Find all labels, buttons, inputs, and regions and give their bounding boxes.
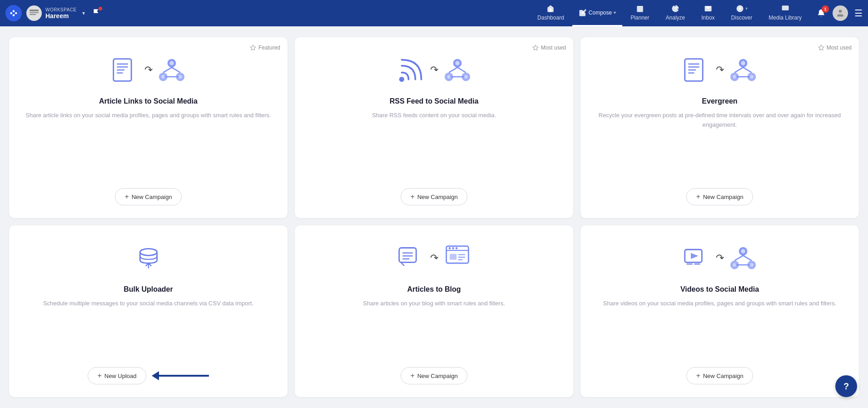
svg-point-58: [140, 249, 157, 256]
star-icon: [818, 45, 824, 51]
svg-rect-13: [782, 5, 789, 10]
svg-point-41: [447, 75, 451, 79]
flag-button[interactable]: [92, 8, 101, 19]
card-most-used-badge-2[interactable]: Most used: [818, 45, 852, 51]
svg-point-40: [455, 61, 459, 65]
nav-item-dashboard[interactable]: Dashboard: [529, 0, 572, 26]
nav-item-planner[interactable]: Planner: [622, 0, 657, 26]
nav-item-discover[interactable]: ▾ Discover: [723, 0, 761, 26]
svg-rect-4: [30, 10, 39, 11]
app-logo[interactable]: [5, 5, 22, 21]
svg-point-84: [750, 264, 754, 267]
notification-badge: 1: [822, 5, 829, 13]
article-icon: [111, 55, 140, 85]
social-network-icon-3: [729, 55, 758, 85]
notifications-button[interactable]: 1: [813, 5, 829, 21]
card-title: RSS Feed to Social Media: [390, 97, 479, 105]
card-title: Articles to Blog: [407, 285, 461, 294]
svg-point-0: [10, 12, 13, 15]
star-icon: [250, 45, 256, 51]
card-icon-area: [134, 240, 163, 276]
nav-planner-label: Planner: [630, 15, 649, 21]
nav-analyze-label: Analyze: [666, 15, 685, 21]
nav-item-inbox[interactable]: Inbox: [693, 0, 723, 26]
help-button[interactable]: ?: [835, 375, 857, 397]
workspace-selector[interactable]: WORKSPACE Hareem ▾: [26, 5, 85, 21]
card-icon-area: ↷: [397, 52, 472, 88]
svg-rect-5: [30, 12, 39, 13]
workspace-chevron[interactable]: ▾: [82, 10, 85, 16]
svg-point-82: [741, 249, 745, 254]
svg-line-38: [457, 67, 466, 72]
card-title: Evergreen: [702, 97, 737, 105]
nav-item-compose[interactable]: Compose ▾: [572, 0, 622, 26]
card-featured-badge[interactable]: Featured: [250, 45, 280, 51]
svg-rect-6: [30, 14, 36, 15]
arrow-line: [159, 375, 209, 377]
card-title: Videos to Social Media: [680, 285, 759, 294]
card-title: Bulk Uploader: [124, 285, 173, 294]
svg-point-16: [839, 10, 842, 13]
card-title: Article Links to Social Media: [99, 97, 198, 105]
social-network-icon-2: [443, 55, 472, 85]
arrow-icon: ↷: [716, 64, 724, 76]
plus-icon: +: [696, 372, 700, 380]
menu-icon[interactable]: ☰: [854, 8, 863, 19]
card-article-links: Featured ↷: [9, 37, 288, 218]
card-icon-area: ↷: [111, 52, 186, 88]
new-upload-button[interactable]: + New Upload: [88, 367, 146, 384]
card-icon-area: ↷: [682, 52, 758, 88]
star-icon: [532, 45, 539, 51]
video-icon: [682, 244, 711, 273]
card-videos-social: ↷ Videos to Social Media Share videos on…: [580, 225, 859, 397]
nav-item-analyze[interactable]: Analyze: [658, 0, 694, 26]
social-network-icon-4: [729, 244, 758, 273]
svg-point-3: [13, 14, 15, 16]
svg-marker-43: [818, 45, 824, 50]
arrow-indicator: [152, 371, 209, 380]
plus-icon: +: [97, 372, 101, 380]
new-campaign-button-rss[interactable]: + New Campaign: [401, 188, 467, 205]
card-icon-area: ↷: [397, 240, 472, 276]
svg-marker-17: [250, 45, 256, 50]
svg-rect-59: [399, 248, 416, 263]
svg-line-80: [743, 256, 752, 261]
svg-rect-65: [450, 254, 456, 260]
new-campaign-button-blog[interactable]: + New Campaign: [401, 367, 467, 384]
svg-point-69: [448, 247, 451, 249]
new-campaign-button-article[interactable]: + New Campaign: [115, 188, 181, 205]
nav-discover-label: Discover: [731, 15, 753, 21]
compose-chevron-icon: ▾: [614, 10, 616, 15]
card-articles-blog: ↷ Articles to Blog Share articles on you…: [295, 225, 573, 397]
card-description: Recycle your evergreen posts at pre-defi…: [593, 111, 846, 177]
article-chat-icon: [397, 244, 426, 273]
svg-point-31: [179, 75, 182, 79]
plus-icon: +: [696, 193, 700, 201]
svg-point-71: [455, 247, 457, 249]
nav-item-media-library[interactable]: Media Library: [760, 0, 810, 26]
svg-point-70: [452, 247, 454, 249]
svg-point-42: [464, 75, 468, 79]
nav-dashboard-label: Dashboard: [537, 15, 564, 21]
new-campaign-button-video[interactable]: + New Campaign: [686, 367, 753, 384]
article-icon-2: [682, 55, 711, 85]
new-campaign-button-evergreen[interactable]: + New Campaign: [686, 188, 753, 205]
card-icon-area: ↷: [682, 240, 758, 276]
svg-point-57: [750, 75, 754, 79]
user-avatar[interactable]: [833, 5, 848, 21]
social-network-icon: [157, 55, 186, 85]
arrow-icon: ↷: [716, 252, 724, 264]
plus-icon: +: [410, 193, 414, 201]
card-most-used-badge[interactable]: Most used: [532, 45, 566, 51]
svg-line-37: [449, 67, 457, 72]
workspace-avatar: [26, 5, 42, 21]
card-description: Share videos on your social media profil…: [603, 299, 837, 356]
svg-line-27: [172, 67, 180, 72]
card-rss-feed: Most used ↷: [295, 37, 573, 218]
nav-inbox-label: Inbox: [701, 15, 714, 21]
svg-point-55: [741, 61, 745, 65]
svg-point-1: [13, 10, 15, 12]
card-bulk-uploader: Bulk Uploader Schedule multiple messages…: [9, 225, 288, 397]
rss-icon: [397, 55, 426, 85]
card-evergreen: Most used ↷: [580, 37, 859, 218]
